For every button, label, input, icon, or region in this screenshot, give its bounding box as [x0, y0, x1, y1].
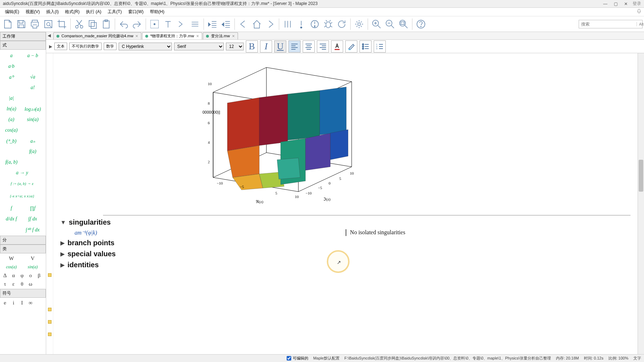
expr-binom[interactable]: (ᵃ_b): [1, 136, 22, 146]
expr-fa[interactable]: f(a): [22, 146, 43, 157]
greek-V[interactable]: V: [22, 254, 43, 263]
expr-int[interactable]: ∫f dx: [22, 214, 43, 224]
expr-e5[interactable]: [1, 146, 22, 157]
expr-arrow[interactable]: a → y: [1, 168, 43, 178]
expr-deriv[interactable]: d/dx f: [1, 214, 22, 224]
expr-piecewise[interactable]: {-x x<a; x x≥a}: [1, 189, 43, 203]
gutter-marker[interactable]: [48, 308, 52, 311]
tab-close-icon[interactable]: ×: [232, 33, 235, 39]
expr-assign[interactable]: f := (a, b) → z: [1, 178, 43, 189]
expr-abs[interactable]: |a|: [1, 93, 22, 104]
greek-omicron[interactable]: ο: [26, 271, 35, 280]
expr-paren[interactable]: (a): [1, 114, 22, 125]
zoom-fit-icon[interactable]: [397, 18, 410, 31]
greek-phi[interactable]: φ: [18, 271, 26, 280]
expr-log10[interactable]: log₁₀(a): [22, 104, 43, 114]
copy-icon[interactable]: [86, 18, 99, 31]
expr-fact[interactable]: a!: [22, 82, 43, 93]
expr-empty[interactable]: [22, 61, 43, 72]
search-input[interactable]: [579, 22, 637, 27]
nav-back-icon[interactable]: [237, 18, 250, 31]
save-icon[interactable]: [15, 18, 28, 31]
outdent-icon[interactable]: [220, 18, 232, 31]
greek-tau[interactable]: τ: [1, 280, 9, 288]
search-box[interactable]: Alt-: [579, 20, 643, 28]
restart-icon[interactable]: [335, 18, 348, 31]
new-doc-icon[interactable]: [1, 18, 14, 31]
settings-icon[interactable]: [353, 18, 366, 31]
fmt-math-button[interactable]: 数学: [104, 43, 117, 50]
vertical-scrollbar[interactable]: [638, 53, 644, 354]
palette-header-type[interactable]: 类: [0, 245, 46, 253]
sym-inf[interactable]: ∞: [26, 298, 35, 307]
expr-subn[interactable]: aₙ: [22, 136, 43, 146]
tab-close-icon[interactable]: ×: [196, 33, 199, 39]
close-button[interactable]: ✕: [624, 1, 628, 6]
indent-icon[interactable]: [206, 18, 219, 31]
tab-nav-left[interactable]: ◀: [48, 33, 51, 38]
expr-e2[interactable]: [1, 82, 22, 93]
section-toggle[interactable]: ▼ singularities: [60, 218, 631, 226]
greek-alpha[interactable]: α: [9, 271, 18, 280]
undo-icon[interactable]: [117, 18, 130, 31]
menu-tools[interactable]: 工具(T): [105, 8, 124, 16]
fmt-text-button[interactable]: 文本: [54, 43, 67, 50]
help-icon[interactable]: [415, 18, 427, 31]
tab-comparison[interactable]: Comparison_made_easier 同伦摄动4.mw ×: [53, 32, 141, 39]
expr-sin[interactable]: sin(a): [22, 114, 43, 125]
style-select[interactable]: C Hyperlink: [119, 43, 172, 50]
gutter-marker[interactable]: [48, 273, 52, 277]
menu-insert[interactable]: 插入(I): [43, 8, 61, 16]
greek-delta[interactable]: Δ: [1, 271, 9, 280]
exec-single-icon[interactable]: [295, 18, 308, 31]
minimize-button[interactable]: —: [603, 1, 607, 6]
editable-checkbox[interactable]: 可编辑的: [287, 356, 308, 361]
insert-math-icon[interactable]: [148, 18, 161, 31]
fmt-expand-icon[interactable]: ▶: [49, 44, 52, 49]
debug-icon[interactable]: [322, 18, 335, 31]
underline-button[interactable]: U: [274, 40, 286, 53]
exec-all-icon[interactable]: [308, 18, 321, 31]
math-expression[interactable]: am⁻¹(φ|k): [75, 229, 97, 236]
expr-sqrt[interactable]: √a: [22, 72, 43, 82]
palette-header-symbol[interactable]: 符号: [0, 289, 46, 298]
expr-e4[interactable]: [22, 125, 43, 136]
section-toggle[interactable]: ▶ identities: [60, 261, 631, 269]
section-toggle[interactable]: ▶ branch points: [60, 239, 631, 247]
expr-prod[interactable]: ∏f: [22, 203, 43, 214]
menu-view[interactable]: 视图(V): [23, 8, 43, 16]
expr-pow[interactable]: aᵇ: [1, 72, 22, 82]
fmt-noexec-button[interactable]: 不可执行的数学: [69, 43, 102, 50]
palette-header-workbook[interactable]: 工作簿: [0, 32, 46, 41]
sym-I[interactable]: I: [18, 298, 26, 307]
paragraph-icon[interactable]: [189, 18, 201, 31]
greek-W[interactable]: W: [1, 254, 22, 263]
paste-icon[interactable]: [100, 18, 113, 31]
crop-icon[interactable]: [55, 18, 68, 31]
align-center-button[interactable]: [303, 40, 315, 53]
greek-sin[interactable]: sin(a): [22, 263, 43, 271]
tab-close-icon[interactable]: ×: [135, 33, 138, 39]
greek-eps[interactable]: ε: [9, 280, 18, 288]
tab-variation[interactable]: 变分法.mw ×: [203, 32, 238, 39]
zoom-out-icon[interactable]: [384, 18, 396, 31]
palette-header-calc[interactable]: 分: [0, 236, 46, 245]
expr-mul[interactable]: a·b: [1, 61, 22, 72]
exec-group-icon[interactable]: [281, 18, 294, 31]
print-preview-icon[interactable]: [42, 18, 55, 31]
nav-forward-icon[interactable]: [264, 18, 277, 31]
menu-window[interactable]: 窗口(W): [125, 8, 146, 16]
scrollbar-thumb[interactable]: [639, 160, 643, 192]
italic-button[interactable]: I: [260, 40, 272, 53]
bold-button[interactable]: B: [246, 40, 258, 53]
redo-icon[interactable]: [131, 18, 144, 31]
expr-a[interactable]: a: [1, 50, 22, 61]
size-select[interactable]: 12: [226, 43, 244, 50]
greek-theta[interactable]: θ: [18, 280, 26, 288]
zoom-in-icon[interactable]: [370, 18, 383, 31]
document-content[interactable]: 0000000)]: [53, 53, 638, 354]
maximize-button[interactable]: ▢: [614, 1, 618, 6]
bullet-list-button[interactable]: [359, 40, 372, 53]
expr-e3[interactable]: [22, 93, 43, 104]
expr-e7[interactable]: [1, 224, 22, 235]
